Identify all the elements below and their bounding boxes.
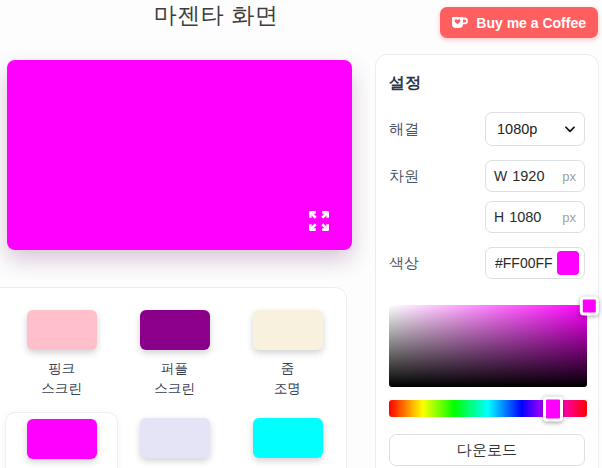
dimensions-label: 차원	[389, 167, 419, 186]
hex-input[interactable]	[495, 255, 557, 271]
hex-field[interactable]	[485, 247, 585, 279]
hue-slider-handle[interactable]	[543, 396, 563, 421]
pink-swatch[interactable]	[27, 310, 97, 350]
settings-title: 설정	[389, 73, 585, 94]
zoom-lighting-swatch[interactable]	[253, 310, 323, 350]
width-row: 차원 W px	[389, 160, 585, 192]
width-field[interactable]: W px	[485, 160, 585, 192]
height-prefix: H	[494, 209, 504, 225]
purple-swatch[interactable]	[140, 310, 210, 350]
saturation-picker[interactable]	[389, 305, 587, 387]
settings-panel: 설정 해결 1080p 차원 W px H px 색상	[375, 54, 599, 468]
coffee-cup-icon	[450, 14, 469, 31]
hue-slider[interactable]	[389, 400, 587, 417]
palette-card: 핑크스크린 퍼플스크린 줌조명 마젠타 라벤더	[0, 287, 347, 468]
resolution-select[interactable]: 1080p	[485, 112, 585, 146]
palette-item-zoom-lighting[interactable]: 줌조명	[231, 304, 344, 402]
resolution-label: 해결	[389, 120, 419, 139]
width-unit: px	[562, 169, 576, 184]
palette-item-magenta[interactable]: 마젠타	[5, 412, 118, 468]
color-label: 색상	[389, 254, 419, 273]
palette-item-purple[interactable]: 퍼플스크린	[118, 304, 231, 402]
saturation-handle[interactable]	[580, 296, 599, 315]
magenta-swatch[interactable]	[27, 419, 97, 459]
lavender-swatch[interactable]	[140, 418, 210, 458]
height-field[interactable]: H px	[485, 201, 585, 233]
height-unit: px	[562, 210, 576, 225]
height-input[interactable]	[509, 209, 551, 225]
palette-item-lavender[interactable]: 라벤더	[118, 412, 231, 468]
color-preview[interactable]	[7, 60, 352, 250]
swatch-label: 줌조명	[274, 359, 301, 398]
palette-grid: 핑크스크린 퍼플스크린 줌조명 마젠타 라벤더	[5, 304, 346, 468]
swatch-label: 핑크스크린	[41, 359, 82, 398]
swatch-label: 퍼플스크린	[154, 359, 195, 398]
color-row: 색상	[389, 247, 585, 279]
page-title: 마젠타 화면	[0, 0, 432, 31]
palette-item-cyan[interactable]: 청록색	[231, 412, 344, 468]
hex-color-swatch[interactable]	[557, 251, 579, 275]
download-button[interactable]: 다운로드	[389, 434, 585, 466]
palette-item-pink[interactable]: 핑크스크린	[5, 304, 118, 402]
width-prefix: W	[494, 168, 507, 184]
height-row: H px	[389, 201, 585, 233]
coffee-button-label: Buy me a Coffee	[476, 15, 586, 31]
buy-me-a-coffee-button[interactable]: Buy me a Coffee	[440, 7, 598, 38]
fullscreen-icon[interactable]	[306, 208, 332, 234]
resolution-row: 해결 1080p	[389, 112, 585, 146]
cyan-swatch[interactable]	[253, 418, 323, 458]
width-input[interactable]	[512, 168, 554, 184]
